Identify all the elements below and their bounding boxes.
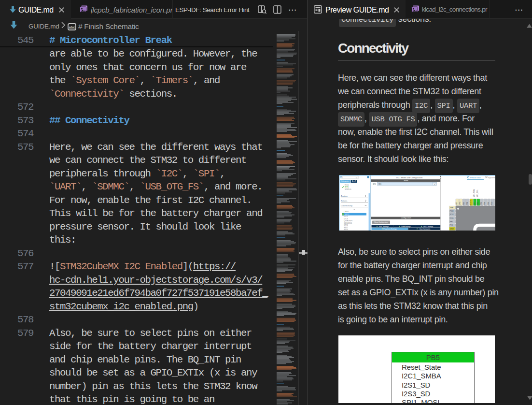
svg-text:I2C1_SDA: I2C1_SDA [473,189,475,197]
svg-text:PB3: PB3 [488,202,490,204]
svg-text:VBAT: VBAT [450,207,454,209]
svg-text:PC15: PC15 [450,217,454,219]
svg-text:PH1: PH1 [450,224,453,226]
svg-text:I2C1 Mode and Configuration: I2C1 Mode and Configuration [396,176,423,179]
svg-text:DMA Settings: DMA Settings [401,226,411,228]
svg-text:I2C: I2C [373,183,376,185]
svg-text:PB9: PB9 [463,202,465,204]
svg-text:NVIC Settings: NVIC Settings [379,226,389,228]
svg-text:abc: abc [69,25,75,29]
svg-text:PH0: PH0 [450,221,453,223]
svg-text:User Constants: User Constants [420,228,430,230]
svg-text:SPI3: SPI3 [344,228,348,231]
svg-text:PB5: PB5 [480,202,482,204]
svg-text:Configuration: Configuration [401,217,411,219]
svg-text:PD2: PD2 [491,202,493,204]
svg-text:NRST: NRST [450,228,454,230]
svg-text:PC14: PC14 [450,214,454,216]
svg-text:Reset Configuration: Reset Configuration [374,221,388,223]
svg-text:Analog: Analog [341,195,348,197]
svg-text:CAN1: CAN1 [344,210,349,213]
svg-text:System vi: System vi [488,176,495,179]
svg-text:Connectivity: Connectivity [341,204,353,207]
svg-text:A->Z: A->Z [352,180,355,182]
svg-text:I2C: I2C [378,183,381,185]
svg-text:Parameter Settings: Parameter Settings [383,228,397,230]
svg-text:PC13: PC13 [450,210,454,212]
svg-text:BOOT0: BOOT0 [470,200,472,205]
svg-text:Pinout view: Pinout view [470,176,481,179]
svg-text:PB4: PB4 [484,202,486,204]
svg-text:GPIO Settings: GPIO Settings [423,226,434,228]
svg-text:WWDG: WWDG [345,188,351,190]
svg-text:Timers: Timers [341,200,348,202]
svg-text:PB7: PB7 [474,202,476,204]
svg-text:Categories: Categories [341,180,350,182]
svg-text:VSS: VSS [459,202,461,204]
svg-text:PB6: PB6 [477,202,479,204]
svg-text:I2C1_SCL: I2C1_SCL [476,189,478,197]
svg-text:Mode: Mode [404,180,408,182]
svg-text:PB8: PB8 [466,202,468,204]
svg-text:VBT: VBT [456,202,458,204]
